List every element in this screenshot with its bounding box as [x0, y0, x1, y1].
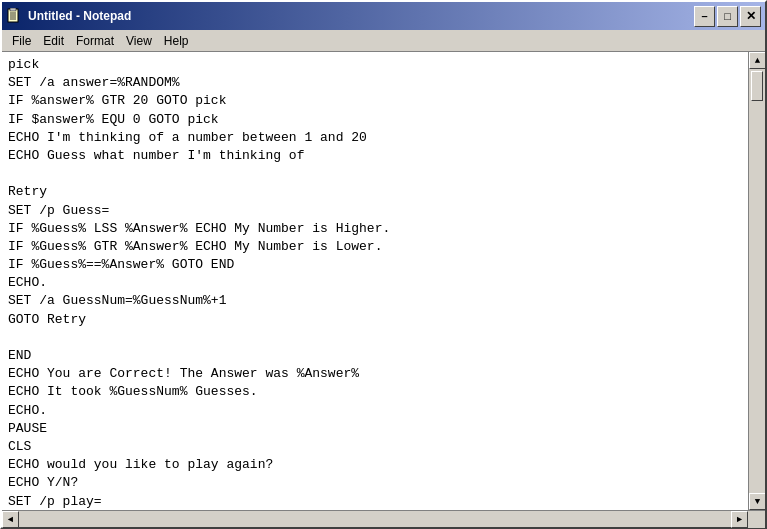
- scroll-down-button[interactable]: ▼: [749, 493, 765, 510]
- minimize-button[interactable]: –: [694, 6, 715, 27]
- menu-edit[interactable]: Edit: [37, 32, 70, 50]
- menu-view[interactable]: View: [120, 32, 158, 50]
- notepad-icon: [6, 8, 22, 24]
- menu-format[interactable]: Format: [70, 32, 120, 50]
- scroll-thumb-v[interactable]: [751, 71, 763, 101]
- scroll-right-button[interactable]: ►: [731, 511, 748, 528]
- title-bar: Untitled - Notepad – □ ✕: [2, 2, 765, 30]
- bottom-bar: ◄ ►: [2, 510, 765, 527]
- text-area-wrapper[interactable]: pick SET /a answer=%RANDOM% IF %answer% …: [2, 52, 748, 510]
- svg-rect-1: [10, 8, 16, 11]
- scroll-track-v[interactable]: [749, 69, 765, 493]
- window: Untitled - Notepad – □ ✕ File Edit Forma…: [0, 0, 767, 529]
- close-button[interactable]: ✕: [740, 6, 761, 27]
- title-bar-buttons: – □ ✕: [694, 6, 761, 27]
- scroll-up-button[interactable]: ▲: [749, 52, 765, 69]
- text-content[interactable]: pick SET /a answer=%RANDOM% IF %answer% …: [2, 52, 748, 510]
- window-title: Untitled - Notepad: [28, 9, 131, 23]
- scroll-left-button[interactable]: ◄: [2, 511, 19, 528]
- title-bar-left: Untitled - Notepad: [6, 8, 131, 24]
- menu-bar: File Edit Format View Help: [2, 30, 765, 52]
- scroll-track-h[interactable]: [19, 511, 731, 527]
- vertical-scrollbar: ▲ ▼: [748, 52, 765, 510]
- menu-help[interactable]: Help: [158, 32, 195, 50]
- editor-container: pick SET /a answer=%RANDOM% IF %answer% …: [2, 52, 765, 510]
- scroll-corner: [748, 511, 765, 528]
- maximize-button[interactable]: □: [717, 6, 738, 27]
- menu-file[interactable]: File: [6, 32, 37, 50]
